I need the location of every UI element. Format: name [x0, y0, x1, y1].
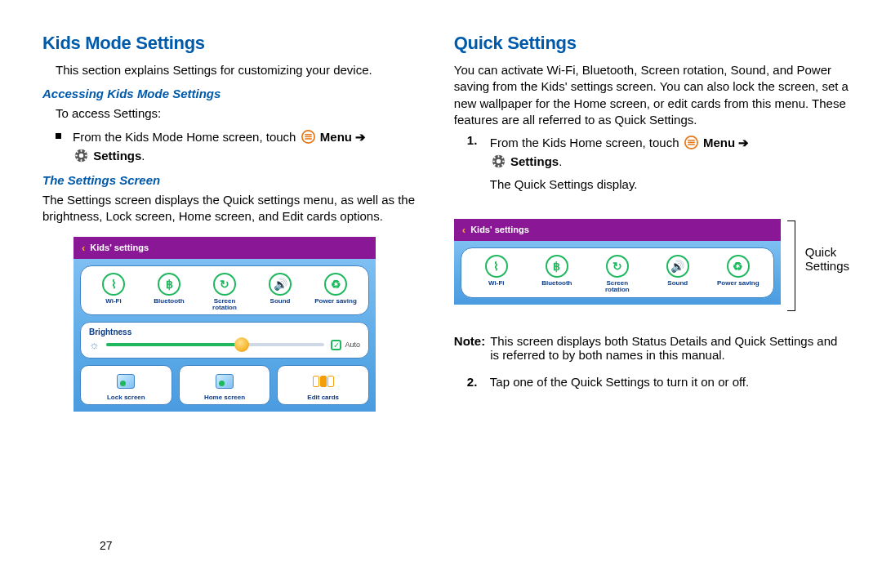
period: .: [141, 149, 145, 163]
bullet-pre-text: From the Kids Mode Home screen, touch: [73, 130, 296, 144]
card-lock-screen[interactable]: Lock screen: [80, 365, 172, 405]
quick-settings-para: You can activate Wi-Fi, Bluetooth, Scree…: [454, 62, 849, 128]
card-edit-cards[interactable]: Edit cards: [277, 365, 369, 405]
toggle-wifi[interactable]: ⌇Wi-Fi: [89, 273, 138, 312]
step-number: 1.: [467, 133, 482, 196]
gear-icon: [74, 149, 88, 163]
settings-label: Settings: [510, 154, 559, 168]
toggle-screen-rotation[interactable]: ↻Screen rotation: [200, 273, 249, 312]
step-number: 2.: [467, 375, 482, 389]
to-access-text: To access Settings:: [56, 105, 421, 122]
note-label: Note:: [454, 334, 485, 348]
note-body: This screen displays both Status Details…: [490, 334, 849, 362]
brightness-label: Brightness: [89, 327, 360, 336]
sound-icon: 🔊: [666, 255, 689, 278]
menu-icon: [301, 130, 315, 144]
auto-checkbox[interactable]: ✓Auto: [331, 340, 360, 350]
gear-icon: [492, 154, 506, 168]
heading-quick-settings: Quick Settings: [454, 33, 849, 54]
wifi-icon: ⌇: [485, 255, 508, 278]
picture-icon: [117, 374, 135, 389]
recycle-icon: ♻: [727, 255, 750, 278]
menu-label: Menu: [320, 130, 352, 144]
toggle-sound[interactable]: 🔊Sound: [256, 273, 305, 312]
panel-header: ‹ Kids' settings: [454, 219, 781, 241]
step1-post: The Quick Settings display.: [490, 176, 849, 193]
card-home-screen[interactable]: Home screen: [179, 365, 271, 405]
settings-screen-para: The Settings screen displays the Quick s…: [42, 192, 421, 225]
settings-label: Settings: [93, 149, 141, 163]
brightness-card: Brightness ☼ ✓Auto: [80, 322, 369, 359]
kids-settings-screenshot-small: ‹ Kids' settings ⌇Wi-Fi ฿Bluetooth ↻Scre…: [454, 219, 781, 305]
intro-text: This section explains Settings for custo…: [56, 62, 421, 78]
step2-text: Tap one of the Quick Settings to turn it…: [490, 375, 849, 389]
picture-icon: [216, 374, 234, 389]
toggle-power-saving[interactable]: ♻Power saving: [311, 273, 360, 312]
callout-label: Quick Settings: [805, 245, 849, 274]
slider-knob-icon: [234, 337, 249, 352]
wifi-icon: ⌇: [102, 273, 125, 296]
menu-label: Menu: [703, 136, 735, 149]
panel-title: Kids' settings: [470, 225, 529, 234]
toggle-wifi[interactable]: ⌇Wi-Fi: [472, 255, 521, 294]
recycle-icon: ♻: [324, 273, 347, 296]
rotate-icon: ↻: [213, 273, 236, 296]
page-number: 27: [100, 539, 113, 552]
quick-settings-row: ⌇Wi-Fi ฿Bluetooth ↻Screen rotation 🔊Soun…: [461, 247, 774, 298]
arrow-icon: ➔: [738, 136, 749, 149]
brightness-icon: ☼: [89, 338, 100, 351]
toggle-bluetooth[interactable]: ฿Bluetooth: [145, 273, 194, 312]
check-icon: ✓: [331, 340, 341, 350]
arrow-icon: ➔: [355, 130, 366, 144]
bluetooth-icon: ฿: [546, 255, 568, 278]
quick-settings-row: ⌇Wi-Fi ฿Bluetooth ↻Screen rotation 🔊Soun…: [80, 265, 369, 316]
chevron-left-icon: ‹: [82, 242, 85, 254]
kids-settings-screenshot: ‹ Kids' settings ⌇Wi-Fi ฿Bluetooth ↻Scre…: [74, 237, 376, 412]
toggle-screen-rotation[interactable]: ↻Screen rotation: [593, 255, 642, 294]
bluetooth-icon: ฿: [158, 273, 180, 296]
step1-pre: From the Kids Home screen, touch: [490, 136, 679, 149]
menu-icon: [684, 136, 698, 149]
callout-bracket: [787, 207, 799, 311]
rotate-icon: ↻: [606, 255, 629, 278]
heading-kids-mode-settings: Kids Mode Settings: [42, 33, 421, 54]
subheading-accessing: Accessing Kids Mode Settings: [42, 87, 421, 100]
subheading-settings-screen: The Settings Screen: [42, 173, 421, 187]
chevron-left-icon: ‹: [462, 224, 466, 236]
toggle-bluetooth[interactable]: ฿Bluetooth: [532, 255, 581, 294]
brightness-slider[interactable]: [106, 343, 325, 346]
toggle-power-saving[interactable]: ♻Power saving: [714, 255, 763, 294]
panel-title: Kids' settings: [90, 243, 149, 252]
bullet-item: From the Kids Mode Home screen, touch Me…: [56, 127, 421, 166]
panel-header: ‹ Kids' settings: [74, 237, 376, 259]
sound-icon: 🔊: [269, 273, 292, 296]
bullet-icon: [56, 133, 61, 139]
cards-icon: [313, 376, 334, 387]
toggle-sound[interactable]: 🔊Sound: [653, 255, 702, 294]
